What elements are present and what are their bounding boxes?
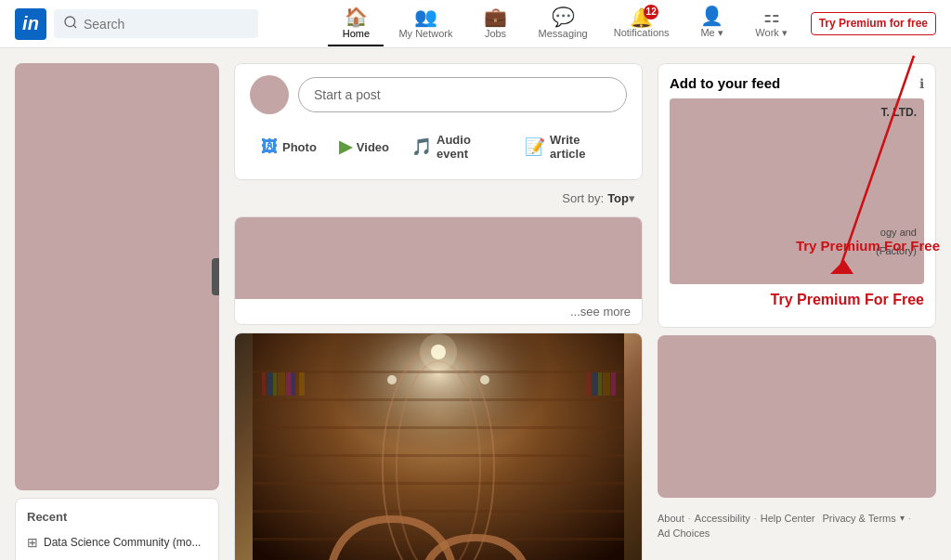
article-action[interactable]: 📝 Write article bbox=[514, 125, 627, 168]
audio-action[interactable]: 🎵 Audio event bbox=[400, 125, 514, 168]
feed-post-library bbox=[234, 332, 643, 560]
svg-rect-14 bbox=[262, 372, 266, 396]
nav-me-label: Me ▾ bbox=[700, 27, 723, 39]
home-icon: 🏠 bbox=[345, 7, 368, 26]
nav-home[interactable]: 🏠 Home bbox=[328, 2, 384, 46]
sort-bar: Sort by: Top ▾ bbox=[234, 188, 643, 209]
search-icon bbox=[63, 15, 78, 33]
footer-help[interactable]: Help Center bbox=[761, 513, 815, 524]
nav-jobs-label: Jobs bbox=[485, 28, 506, 39]
sort-value[interactable]: Top bbox=[607, 191, 629, 205]
footer-links: About · Accessibility · Help Center Priv… bbox=[658, 505, 936, 546]
try-premium-right-text[interactable]: Try Premium For Free bbox=[670, 284, 924, 316]
svg-rect-7 bbox=[253, 398, 624, 401]
left-sidebar: Recent ⊞ Data Science Community (mo... ⊞… bbox=[15, 63, 219, 560]
video-action[interactable]: ▶ Video bbox=[328, 125, 400, 168]
svg-rect-15 bbox=[267, 372, 272, 396]
video-icon: ▶ bbox=[339, 137, 352, 157]
svg-rect-25 bbox=[611, 372, 616, 396]
start-post-input[interactable]: Start a post bbox=[298, 77, 627, 112]
avatar bbox=[250, 75, 289, 114]
svg-rect-18 bbox=[286, 372, 291, 396]
svg-rect-6 bbox=[253, 371, 624, 373]
svg-point-30 bbox=[387, 375, 397, 384]
notification-badge-container: 🔔 12 bbox=[630, 8, 653, 27]
notification-count: 12 bbox=[644, 5, 658, 20]
search-bar[interactable] bbox=[54, 9, 258, 38]
svg-point-2 bbox=[65, 17, 75, 27]
recent-item-0[interactable]: ⊞ Data Science Community (mo... bbox=[27, 531, 207, 553]
svg-rect-19 bbox=[292, 372, 295, 396]
svg-rect-21 bbox=[587, 372, 591, 396]
svg-rect-11 bbox=[253, 510, 624, 513]
page-body: Recent ⊞ Data Science Community (mo... ⊞… bbox=[0, 48, 951, 560]
post-composer: Start a post 🖼 Photo ▶ Video 🎵 Audio eve… bbox=[234, 63, 643, 180]
hashtag-icon-0: ⊞ bbox=[27, 535, 38, 550]
footer-privacy[interactable]: Privacy & Terms bbox=[822, 513, 895, 524]
nav-notifications[interactable]: 🔔 12 Notifications bbox=[603, 3, 681, 46]
footer-ad-choices[interactable]: Ad Choices bbox=[658, 527, 710, 539]
second-card bbox=[658, 335, 936, 498]
svg-rect-20 bbox=[299, 372, 305, 396]
svg-rect-10 bbox=[253, 482, 624, 485]
post-image bbox=[235, 333, 642, 560]
nav-network-label: My Network bbox=[398, 28, 452, 39]
svg-point-29 bbox=[420, 333, 457, 371]
audio-label: Audio event bbox=[436, 133, 502, 161]
try-premium-button[interactable]: Try Premium for free bbox=[811, 12, 936, 36]
svg-rect-23 bbox=[598, 372, 602, 396]
search-input[interactable] bbox=[84, 17, 249, 32]
add-to-feed-header: Add to your feed ℹ bbox=[670, 75, 924, 91]
feed-info-icon[interactable]: ℹ bbox=[919, 76, 924, 91]
svg-rect-24 bbox=[603, 372, 610, 396]
svg-line-3 bbox=[73, 25, 76, 28]
svg-rect-9 bbox=[253, 454, 624, 457]
recent-title: Recent bbox=[27, 510, 207, 524]
sidebar-handle[interactable] bbox=[212, 258, 219, 295]
nav-network[interactable]: 👥 My Network bbox=[387, 2, 463, 46]
sort-chevron-icon: ▾ bbox=[629, 191, 635, 205]
nav-messaging-label: Messaging bbox=[539, 28, 588, 39]
recent-item-1[interactable]: ⊞ Machine Learning Community ... bbox=[27, 553, 207, 560]
add-to-feed-content: T. LTD. ogy and (Factory) bbox=[670, 98, 924, 284]
nav-messaging[interactable]: 💬 Messaging bbox=[528, 2, 599, 46]
add-to-feed-title: Add to your feed bbox=[670, 75, 780, 91]
library-image-svg bbox=[235, 333, 642, 560]
placeholder-content bbox=[235, 217, 642, 299]
right-sidebar: Add to your feed ℹ T. LTD. ogy and (Fact… bbox=[658, 63, 936, 560]
photo-label: Photo bbox=[282, 140, 317, 154]
footer-about[interactable]: About bbox=[658, 513, 684, 524]
main-nav: 🏠 Home 👥 My Network 💼 Jobs 💬 Messaging 🔔… bbox=[328, 1, 936, 46]
privacy-dropdown-icon[interactable]: ▾ bbox=[900, 513, 905, 524]
composer-actions: 🖼 Photo ▶ Video 🎵 Audio event 📝 Write ar… bbox=[250, 125, 627, 168]
nav-me[interactable]: 👤 Me ▾ bbox=[684, 1, 740, 46]
me-icon: 👤 bbox=[700, 7, 723, 25]
article-label: Write article bbox=[550, 133, 616, 161]
recent-section: Recent ⊞ Data Science Community (mo... ⊞… bbox=[15, 498, 219, 560]
svg-rect-16 bbox=[273, 372, 277, 396]
photo-action[interactable]: 🖼 Photo bbox=[250, 125, 328, 168]
nav-work[interactable]: ⚏ Work ▾ bbox=[744, 1, 800, 46]
see-more-link[interactable]: ...see more bbox=[235, 299, 642, 324]
company-name: T. LTD. bbox=[881, 106, 917, 119]
svg-rect-17 bbox=[278, 372, 285, 396]
nav-notifications-label: Notifications bbox=[614, 27, 670, 38]
factory-text: (Factory) bbox=[876, 245, 917, 256]
nav-work-label: Work ▾ bbox=[755, 27, 788, 39]
main-feed: Start a post 🖼 Photo ▶ Video 🎵 Audio eve… bbox=[234, 63, 643, 560]
linkedin-logo: in bbox=[15, 8, 46, 40]
network-icon: 👥 bbox=[414, 7, 437, 26]
feed-post-placeholder: ...see more bbox=[234, 216, 643, 325]
tech-text: ogy and bbox=[880, 227, 917, 238]
svg-rect-8 bbox=[253, 426, 624, 429]
profile-card bbox=[15, 63, 219, 490]
audio-icon: 🎵 bbox=[411, 137, 432, 157]
composer-top: Start a post bbox=[250, 75, 627, 114]
nav-jobs[interactable]: 💼 Jobs bbox=[468, 2, 524, 46]
work-icon: ⚏ bbox=[763, 7, 780, 25]
video-label: Video bbox=[357, 140, 389, 154]
footer-accessibility[interactable]: Accessibility bbox=[695, 513, 750, 524]
messaging-icon: 💬 bbox=[552, 7, 575, 26]
sort-by-text: Sort by: bbox=[562, 191, 604, 205]
add-to-feed-card: Add to your feed ℹ T. LTD. ogy and (Fact… bbox=[658, 63, 936, 328]
